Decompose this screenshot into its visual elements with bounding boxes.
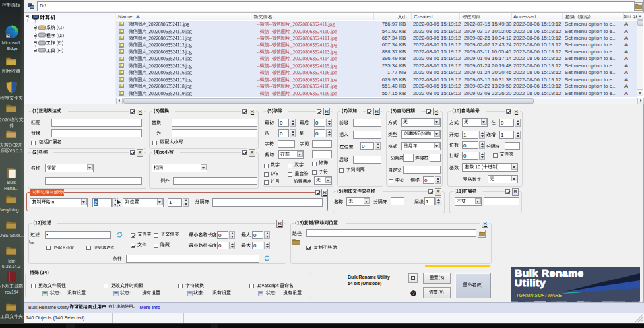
svg-text:?: ?: [412, 291, 415, 296]
